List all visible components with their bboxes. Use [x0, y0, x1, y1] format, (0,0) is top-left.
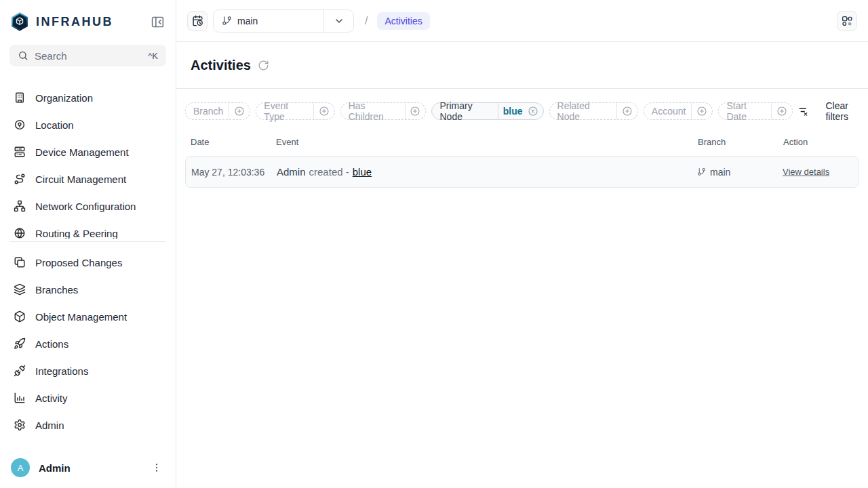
table-row[interactable]: May 27, 12:03:36 Admin created - blue ma…: [185, 156, 859, 188]
location-icon: [14, 119, 26, 131]
gear-icon: [14, 419, 26, 431]
sidebar-item-label: Actions: [35, 338, 68, 350]
row-event: Admin created - blue: [271, 166, 692, 178]
sidebar-item-label: Routing & Peering: [35, 228, 118, 239]
sidebar-item-label: Device Management: [35, 146, 129, 158]
circle-plus-icon[interactable]: [234, 106, 245, 117]
column-header-event: Event: [271, 137, 692, 147]
layers-icon: [14, 283, 26, 296]
schema-button[interactable]: [837, 11, 857, 31]
sidebar-item-circuit-management[interactable]: Circuit Management: [9, 165, 166, 192]
filter-chip-label: Start Date: [726, 100, 771, 122]
sidebar-item-actions[interactable]: Actions: [9, 330, 166, 357]
user-menu-button[interactable]: [149, 460, 165, 476]
filter-chip-related-node[interactable]: Related Node: [549, 102, 638, 120]
sidebar-item-routing-peering[interactable]: Routing & Peering: [9, 220, 166, 239]
row-date: May 27, 12:03:36: [186, 167, 271, 178]
sidebar-item-proposed-changes[interactable]: Proposed Changes: [9, 249, 166, 276]
breadcrumb-activities[interactable]: Activities: [377, 12, 429, 30]
filter-chip-account[interactable]: Account: [644, 102, 713, 120]
calendar-clock-icon: [192, 15, 203, 26]
filter-chip-label: Primary Node: [439, 100, 497, 122]
user-menu[interactable]: A Admin: [9, 455, 166, 479]
circle-plus-icon[interactable]: [319, 106, 330, 117]
table-header: Date Event Branch Action: [185, 137, 859, 147]
search-shortcut: ^K: [148, 51, 158, 61]
filter-chip-start-date[interactable]: Start Date: [718, 102, 793, 120]
sidebar-collapse-button[interactable]: [149, 14, 166, 30]
sidebar-item-branches[interactable]: Branches: [9, 276, 166, 303]
search-icon: [18, 50, 28, 61]
sidebar-item-network-configuration[interactable]: Network Configuration: [9, 192, 166, 220]
sidebar-item-label: Organization: [35, 92, 93, 104]
filter-chip-label: Related Node: [557, 100, 616, 122]
row-action: View details: [777, 167, 859, 177]
page-title: Activities: [191, 58, 251, 73]
building-icon: [14, 92, 26, 104]
page-header: Activities: [176, 42, 868, 89]
time-travel-button[interactable]: [187, 11, 208, 31]
filter-chip-has-children[interactable]: Has Children: [340, 102, 427, 120]
server-icon: [14, 146, 26, 158]
event-actor: Admin: [277, 166, 306, 178]
clear-filters-label: Clear filters: [814, 100, 859, 122]
column-header-action: Action: [778, 137, 859, 147]
filter-bar: Branch Event Type Has Children: [185, 100, 859, 122]
git-branch-icon: [697, 167, 706, 176]
sidebar-header: INFRAHUB: [9, 8, 166, 35]
avatar: A: [11, 458, 30, 477]
sidebar-item-label: Location: [35, 119, 74, 131]
sidebar-item-device-management[interactable]: Device Management: [9, 138, 166, 165]
diff-icon: [14, 256, 26, 268]
ellipsis-vertical-icon: [151, 462, 162, 473]
breadcrumb-separator: /: [365, 15, 368, 27]
sidebar-item-label: Activity: [35, 392, 68, 404]
search-input[interactable]: Search ^K: [9, 45, 166, 66]
sidebar-item-admin[interactable]: Admin: [9, 411, 166, 439]
plug-icon: [14, 365, 26, 377]
sidebar-item-object-management[interactable]: Object Management: [9, 303, 166, 330]
search-placeholder: Search: [35, 50, 142, 62]
event-object-link[interactable]: blue: [353, 166, 372, 178]
circle-plus-icon[interactable]: [696, 106, 707, 117]
circle-x-icon[interactable]: [528, 106, 538, 117]
chevron-down-icon: [334, 16, 344, 26]
sidebar-item-integrations[interactable]: Integrations: [9, 357, 166, 384]
workflow-icon: [841, 15, 853, 27]
globe-icon: [14, 227, 26, 239]
sidebar-item-label: Integrations: [35, 365, 88, 377]
filter-chip-label: Has Children: [349, 100, 405, 122]
view-details-link[interactable]: View details: [783, 167, 829, 177]
circle-plus-icon[interactable]: [622, 106, 633, 117]
sidebar-nav-objects: Organization Location Device Manageme: [9, 84, 166, 239]
filter-chip-label: Account: [652, 106, 692, 117]
circle-plus-icon[interactable]: [410, 106, 420, 117]
clear-filters-button[interactable]: Clear filters: [798, 100, 859, 122]
sidebar-item-location[interactable]: Location: [9, 111, 166, 138]
branch-selector[interactable]: main: [213, 9, 354, 33]
panel-collapse-icon: [151, 15, 165, 29]
branch-selector-toggle[interactable]: [323, 10, 353, 32]
filter-chip-label: Branch: [193, 106, 229, 117]
sidebar-item-label: Object Management: [35, 311, 127, 323]
sidebar-item-activity[interactable]: Activity: [9, 384, 166, 411]
branch-selector-value: main: [214, 16, 323, 26]
circle-plus-icon[interactable]: [776, 106, 787, 117]
infrahub-logo[interactable]: INFRAHUB: [9, 12, 113, 32]
sidebar-item-label: Proposed Changes: [35, 257, 122, 268]
sidebar-divider: [9, 241, 166, 242]
filter-chip-primary-node[interactable]: Primary Node blue: [431, 102, 543, 120]
row-branch-name: main: [710, 167, 730, 178]
filter-chip-value: blue: [503, 106, 523, 117]
activities-content: Branch Event Type Has Children: [176, 89, 868, 488]
filter-chip-label: Event Type: [264, 100, 313, 122]
app-window: INFRAHUB Search ^K: [0, 0, 868, 488]
filter-chip-event-type[interactable]: Event Type: [256, 102, 334, 120]
sidebar-item-organization[interactable]: Organization: [9, 84, 166, 111]
box-icon: [14, 310, 26, 323]
filter-chip-branch[interactable]: Branch: [185, 102, 250, 120]
sidebar-item-label: Admin: [35, 420, 64, 431]
infrahub-hexagon-icon: [9, 12, 30, 32]
refresh-button[interactable]: [258, 60, 269, 71]
row-branch: main: [692, 167, 777, 178]
